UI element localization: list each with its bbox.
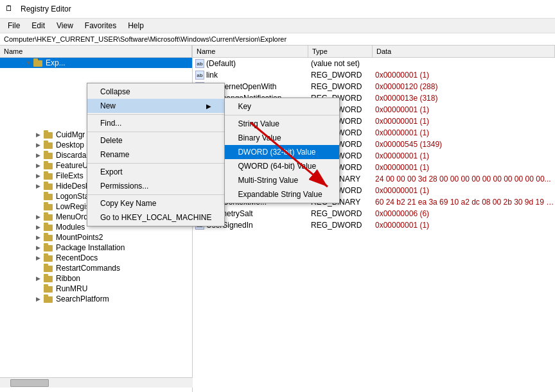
tree-item-recentdocs[interactable]: ▶ RecentDocs xyxy=(0,253,192,263)
tree-item-ribbon[interactable]: ▶ Ribbon xyxy=(0,273,192,284)
tree-arrow: ▶ xyxy=(36,142,44,148)
sub-label-multi-string: Multi-String Value xyxy=(238,176,298,185)
tree-label-fileexts: FileExts xyxy=(56,171,84,180)
tree-label-modules: Modules xyxy=(56,223,85,232)
data-cell-data: 0x00000001 (1) xyxy=(375,151,555,160)
reg-icon: ab xyxy=(195,71,204,80)
data-row-nointernetopenw[interactable]: ab NoInternetOpenWith REG_DWORD 0x000001… xyxy=(193,81,555,92)
folder-icon xyxy=(44,243,54,252)
tree-label-pkginstall: Package Installation xyxy=(56,243,125,252)
submenu-new: Key String Value Binary Value DWORD (32-… xyxy=(224,98,340,203)
folder-icon xyxy=(44,151,54,160)
data-row-link[interactable]: ab link REG_DWORD 0x00000001 (1) xyxy=(193,69,555,81)
tree-label-cuidmgr: CuidMgr xyxy=(56,130,85,139)
data-row-telemetrysalt[interactable]: ab TelemetrySalt REG_DWORD 0x00000006 (6… xyxy=(193,208,555,219)
data-cell-type: REG_DWORD xyxy=(311,221,375,230)
tree-label-runmru: RunMRU xyxy=(56,284,87,293)
sub-item-expandable-string[interactable]: Expandable String Value xyxy=(225,187,339,201)
col-header-type: Type xyxy=(308,46,373,57)
data-cell-data: 60 24 b2 21 ea 3a 69 10 a2 dc 08 00 2b 3… xyxy=(375,198,555,207)
tree-label-mountpoints2: MountPoints2 xyxy=(56,233,103,242)
tree-item-runmru[interactable]: ▶ RunMRU xyxy=(0,284,192,294)
sub-item-multi-string[interactable]: Multi-String Value xyxy=(225,173,339,187)
tree-item-restartcmds[interactable]: ▶ RestartCommands xyxy=(0,263,192,273)
data-cell-type: REG_DWORD xyxy=(311,82,375,91)
folder-icon xyxy=(33,58,44,67)
reg-icon-default: ab xyxy=(195,59,204,68)
ctx-item-permissions[interactable]: Permissions... xyxy=(87,179,224,193)
folder-icon xyxy=(44,253,54,262)
tree-arrow: ▶ xyxy=(36,275,44,282)
tree-item-searchplatform[interactable]: ▶ SearchPlatform xyxy=(0,294,192,304)
data-row-usersignedin[interactable]: ab UserSignedIn REG_DWORD 0x00000001 (1) xyxy=(193,219,555,231)
app-icon: 🗒 xyxy=(5,4,15,14)
address-path: Computer\HKEY_CURRENT_USER\Software\Micr… xyxy=(4,35,286,43)
menu-item-view[interactable]: View xyxy=(51,20,78,31)
sub-item-string-value[interactable]: String Value xyxy=(225,117,339,131)
ctx-label-copy-key: Copy Key Name xyxy=(100,199,156,208)
tree-arrow: ▶ xyxy=(36,296,44,302)
data-cell-data: 0x00000545 (1349) xyxy=(375,140,555,149)
sub-item-qword-value[interactable]: QWORD (64-bit) Value xyxy=(225,159,339,173)
ctx-label-rename: Rename xyxy=(100,150,129,159)
folder-icon xyxy=(44,130,54,139)
tree-item-explorer[interactable]: ▼ Exp... xyxy=(0,58,192,68)
sub-label-expandable-string: Expandable String Value xyxy=(238,190,322,199)
ctx-item-rename[interactable]: Rename xyxy=(87,148,224,162)
folder-icon xyxy=(44,264,54,273)
tree-arrow: ▶ xyxy=(36,162,44,169)
sub-label-key: Key xyxy=(238,102,251,111)
data-cell-data: 24 00 00 00 3d 28 00 00 00 00 00 00 00 0… xyxy=(375,175,555,183)
sub-item-dword-value[interactable]: DWORD (32-bit) Value xyxy=(225,145,339,159)
data-cell-data: 0x00000001 (1) xyxy=(375,186,555,195)
sub-item-binary-value[interactable]: Binary Value xyxy=(225,131,339,145)
tree-label-recentdocs: RecentDocs xyxy=(56,253,98,262)
folder-icon xyxy=(44,274,54,283)
menu-bar: FileEditViewFavoritesHelp xyxy=(0,19,555,33)
folder-icon xyxy=(44,294,54,303)
tree-label-searchplatform: SearchPlatform xyxy=(56,294,109,303)
menu-item-help[interactable]: Help xyxy=(123,20,149,31)
folder-icon xyxy=(44,182,54,191)
menu-item-edit[interactable]: Edit xyxy=(26,20,50,31)
sub-item-key[interactable]: Key xyxy=(225,99,339,114)
tree-scrollbar-thumb[interactable] xyxy=(10,379,49,387)
tree-item-mountpoints2[interactable]: ▶ MountPoints2 xyxy=(0,232,192,243)
folder-icon xyxy=(44,202,54,211)
ctx-label-export: Export xyxy=(100,167,123,176)
ctx-item-copy-key[interactable]: Copy Key Name xyxy=(87,196,224,210)
tree-arrow: ▶ xyxy=(36,255,44,261)
ctx-item-find[interactable]: Find... xyxy=(87,116,224,130)
title-bar: 🗒 Registry Editor xyxy=(0,0,555,19)
tree-item-pkginstall[interactable]: ▶ Package Installation xyxy=(0,243,192,253)
folder-icon xyxy=(44,284,54,293)
ctx-label-permissions: Permissions... xyxy=(100,182,148,191)
tree-label-ribbon: Ribbon xyxy=(56,274,80,283)
ctx-item-goto-hklm[interactable]: Go to HKEY_LOCAL_MACHINE xyxy=(87,210,224,225)
menu-item-file[interactable]: File xyxy=(3,20,25,31)
ctx-item-delete[interactable]: Delete xyxy=(87,133,224,148)
tree-arrow: ▶ xyxy=(36,234,44,241)
tree-column-header: Name xyxy=(0,46,192,58)
ctx-label-goto-hklm: Go to HKEY_LOCAL_MACHINE xyxy=(100,213,211,222)
ctx-item-collapse[interactable]: Collapse xyxy=(87,85,224,99)
sub-label-string-value: String Value xyxy=(238,119,279,128)
tree-arrow: ▶ xyxy=(36,265,44,271)
data-cell-type: REG_DWORD xyxy=(311,71,375,80)
submenu-separator xyxy=(225,115,339,115)
ctx-item-export[interactable]: Export xyxy=(87,165,224,179)
menu-item-favorites[interactable]: Favorites xyxy=(80,20,121,31)
tree-item-blank1[interactable] xyxy=(0,68,192,78)
data-row-default[interactable]: ab (Default) (value not set) xyxy=(193,58,555,69)
tree-arrow: ▶ xyxy=(36,214,44,220)
tree-arrow: ▶ xyxy=(36,203,44,210)
tree-arrow: ▼ xyxy=(26,60,33,66)
ctx-item-new[interactable]: New ▶ Key String Value Binary Value DWOR… xyxy=(87,99,224,113)
sub-label-binary-value: Binary Value xyxy=(238,133,281,142)
tree-scrollbar[interactable] xyxy=(0,377,193,388)
folder-icon xyxy=(44,171,54,180)
app-title: Registry Editor xyxy=(21,4,71,13)
data-cell-name: ab (Default) xyxy=(195,59,311,68)
tree-arrow: ▶ xyxy=(36,193,44,200)
tree-label-restartcmds: RestartCommands xyxy=(56,264,120,273)
